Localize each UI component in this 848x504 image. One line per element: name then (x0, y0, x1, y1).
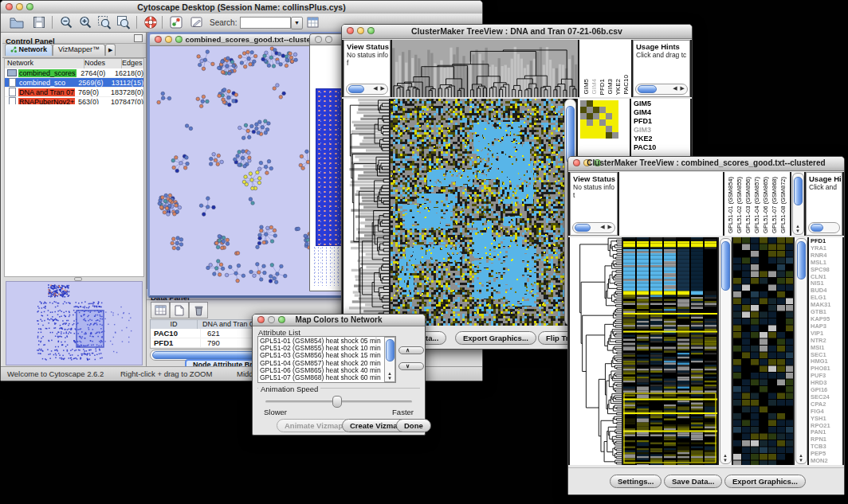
panel-splitter[interactable] (4, 276, 144, 280)
attribute-list-item[interactable]: GPL51-01 (GSM854) heat shock 05 min (260, 338, 394, 345)
dialog-title-bar[interactable]: Map Colors to Network (253, 315, 425, 326)
gene-label[interactable]: PAC10 (634, 143, 690, 152)
treeview2-gene-list: PFD1YRA1RNR4MSL1SPC98CLN1NIS1BUD4ELG1MAK… (809, 237, 842, 465)
column-label: GPL51-08 (GSM872) (779, 177, 787, 233)
treeview2-row-dendrogram[interactable] (570, 237, 622, 465)
treeview2-heatmap-canvas[interactable] (623, 237, 717, 465)
delete-attribute-icon[interactable] (189, 302, 208, 318)
usage-hints-hscrollbar[interactable]: ◀ ▶ (635, 84, 688, 95)
treeview2-window[interactable]: ClusterMaker TreeView : combined_scores_… (567, 156, 845, 495)
treeview2-zoom-vscrollbar[interactable]: ▲▼ (795, 237, 807, 465)
attribute-list-item[interactable]: GPL51-02 (GSM855) heat shock 10 min (260, 345, 394, 352)
animation-speed-slider-thumb[interactable] (332, 396, 342, 408)
gene-id: PFD1 (151, 338, 201, 347)
animation-speed-label: Animation Speed (258, 385, 320, 393)
attribute-list[interactable]: GPL51-01 (GSM854) heat shock 05 minGPL51… (257, 336, 396, 383)
status-welcome: Welcome to Cytoscape 2.6.2 (7, 369, 104, 378)
treeview1-column-dendrogram[interactable] (392, 40, 578, 97)
file-icon (9, 78, 16, 87)
treeview2-title: ClusterMaker TreeView : combined_scores_… (568, 158, 844, 167)
help-lifering-icon[interactable] (143, 15, 159, 29)
zoom-out-icon[interactable] (58, 15, 74, 29)
treeview2-zoom-detail-canvas[interactable] (733, 237, 793, 465)
new-attribute-button[interactable] (170, 302, 189, 318)
network-list-row[interactable]: combined_scores2764(0)16218(0) (5, 68, 143, 78)
plugin-manager-icon[interactable] (168, 15, 184, 29)
main-window-title: Cytoscape Desktop (Session Name: collins… (1, 2, 482, 12)
treeview2-heatmap-panel[interactable] (623, 237, 717, 465)
treeview2-labels-vscrollbar[interactable]: ▲▼ (791, 172, 804, 236)
treeview2-top-row: View Status No status info t ◀ ▶ GPL51-0… (568, 172, 844, 236)
zoom-selected-icon[interactable] (96, 15, 112, 29)
treeview1-row-dendrogram[interactable] (344, 99, 389, 326)
status-hint-zoom: Right-click + drag to ZOOM (120, 369, 212, 378)
main-title-bar[interactable]: Cytoscape Desktop (Session Name: collins… (1, 1, 482, 14)
network-nodes-count: 769(0) (78, 88, 111, 96)
close-button[interactable] (315, 36, 322, 43)
treeview1-mini-heatmap[interactable] (580, 100, 618, 139)
attribute-list-item[interactable]: GPL51-07 (GSM868) heat shock 60 min (260, 374, 394, 381)
minimize-button[interactable] (325, 36, 332, 43)
export-graphics-button[interactable]: Export Graphics... (455, 331, 536, 345)
save-data-button[interactable]: Save Data... (664, 475, 722, 488)
attribute-list-item[interactable]: GPL51-04 (GSM857) heat shock 20 min (260, 360, 394, 367)
gene-label[interactable]: PFD1 (634, 117, 690, 126)
view-status-hscrollbar[interactable]: ◀ ▶ (572, 222, 615, 233)
gene-label[interactable]: MON2 (811, 458, 842, 465)
network-list-row[interactable]: combined_sco2569(6)13112(15) (5, 78, 143, 88)
treeview2-heatmap-vscrollbar[interactable]: ▲▼ (719, 237, 732, 465)
zoom-in-icon[interactable] (77, 15, 93, 29)
move-attribute-down-button[interactable]: ∨ (398, 362, 424, 370)
tab-network[interactable]: Network (5, 44, 53, 56)
treeview2-zoom-detail-panel[interactable] (733, 237, 793, 465)
map-colors-dialog[interactable]: Map Colors to Network Attribute List GPL… (252, 314, 426, 436)
annotation-icon[interactable] (189, 15, 205, 29)
treeview2-button-bar: Settings... Save Data... Export Graphics… (568, 467, 844, 494)
column-label: GPL51-01 (GSM854) (727, 177, 734, 233)
network-name: DNA and Tran 07 (18, 88, 75, 96)
done-button[interactable]: Done (396, 419, 431, 432)
attribute-select-button[interactable] (151, 302, 170, 318)
move-attribute-up-button[interactable]: ∧ (398, 346, 424, 354)
animate-vizmap-button[interactable]: Animate Vizmap (277, 419, 351, 432)
column-label: GPL51-06 (GSM865) (762, 177, 769, 233)
network-overview-canvas[interactable] (6, 282, 140, 363)
treeview1-column-labels: GIM5GIM4PFD1GIM3YKE2PAC10 (579, 40, 631, 97)
attribute-list-item[interactable]: GPL51-03 (GSM856) heat shock 15 min (260, 352, 394, 359)
search-dropdown-button[interactable]: ▼ (291, 17, 303, 29)
settings-button[interactable]: Settings... (610, 475, 662, 488)
attribute-value: 621 (201, 329, 220, 338)
treeview2-column-dendrogram[interactable] (619, 172, 723, 236)
gene-label[interactable]: GIM5 (634, 100, 690, 108)
attribute-list-vscrollbar[interactable]: ▲▼ (384, 337, 395, 382)
toolbar-separator (162, 16, 163, 29)
treeview1-heatmap-canvas[interactable] (391, 99, 565, 326)
tab-vizmapper[interactable]: VizMapper™ (53, 44, 105, 56)
treeview1-heatmap-panel[interactable]: ▲▼ (391, 99, 576, 326)
tab-overflow-button[interactable]: ▶ (105, 44, 116, 56)
dense-network-block[interactable] (316, 88, 344, 246)
treeview1-title-bar[interactable]: ClusterMaker TreeView : DNA and Tran 07-… (342, 25, 692, 39)
column-label: PFD1 (599, 79, 606, 95)
save-button[interactable] (31, 15, 47, 29)
view-status-hscrollbar[interactable]: ◀ ▶ (346, 84, 388, 95)
treeview1-top-row: View Status No status info f ◀ ▶ GIM5GIM… (342, 40, 692, 97)
usage-hints-hscrollbar[interactable] (808, 222, 840, 233)
gene-label[interactable]: YKE2 (634, 135, 690, 143)
open-file-button[interactable] (9, 15, 25, 29)
network-edges-count: 13112(15) (112, 79, 143, 87)
column-label: GIM3 (607, 79, 614, 95)
gene-label[interactable]: GIM4 (634, 108, 690, 117)
export-graphics-button[interactable]: Export Graphics... (724, 475, 806, 488)
float-panel-icon[interactable] (134, 34, 143, 42)
search-input[interactable] (240, 17, 291, 29)
treeview2-title-bar[interactable]: ClusterMaker TreeView : combined_scores_… (568, 157, 844, 171)
table-import-icon[interactable] (305, 15, 321, 29)
network-list-row[interactable]: DNA and Tran 07769(0)183728(0) (5, 88, 143, 97)
network-table-header[interactable]: Network Nodes Edges (4, 58, 144, 69)
network-nodes-count: 2569(6) (78, 79, 111, 87)
zoom-fit-icon[interactable] (116, 15, 132, 29)
control-panel-tabs: NetworkVizMapper™▶ (2, 44, 146, 58)
gene-label[interactable]: GIM3 (634, 126, 690, 135)
attribute-list-item[interactable]: GPL51-06 (GSM865) heat shock 40 min (260, 367, 394, 374)
